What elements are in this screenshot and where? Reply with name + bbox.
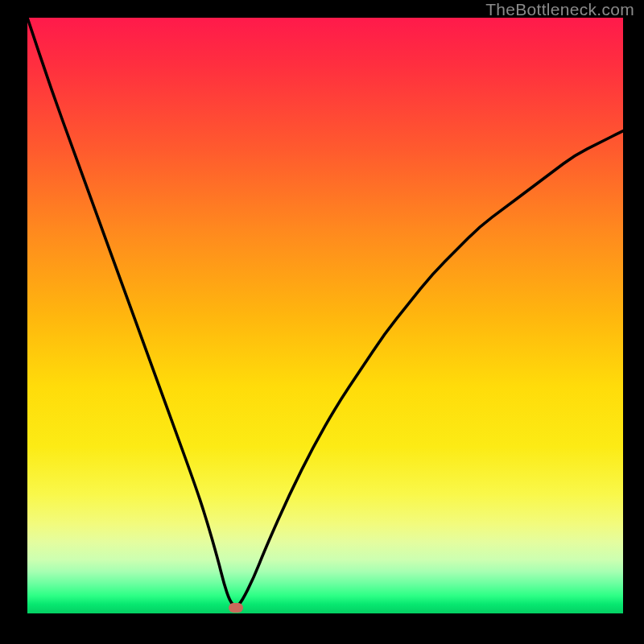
bottleneck-curve: [27, 18, 623, 613]
watermark-label: TheBottleneck.com: [485, 0, 634, 19]
bottleneck-marker: [229, 603, 243, 613]
plot-area: [27, 18, 623, 613]
chart-frame: TheBottleneck.com: [0, 0, 644, 644]
